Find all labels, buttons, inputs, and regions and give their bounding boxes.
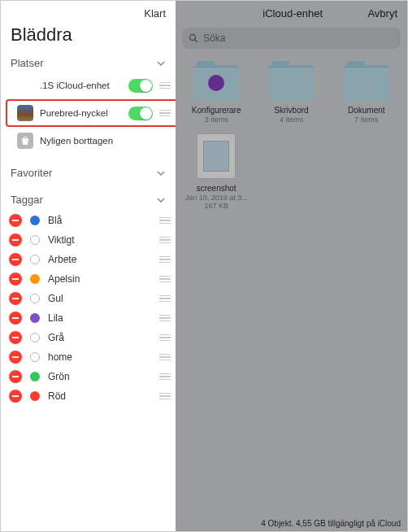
item-label: Konfigurerare [192, 106, 241, 116]
item-subtitle: Jan 10, 2019 at 3... [185, 194, 248, 202]
tag-color-dot [30, 391, 40, 401]
delete-tag-button[interactable] [9, 214, 22, 227]
main-title: iCloud-enhet [218, 7, 367, 20]
location-name: Purebred-nyckel [33, 108, 128, 118]
item-label: Dokument [348, 106, 385, 116]
drag-handle-icon[interactable] [159, 237, 171, 244]
section-label: Platser [11, 57, 43, 69]
search-placeholder: Söka [203, 33, 225, 44]
folder-icon [193, 65, 239, 101]
drag-handle-icon[interactable] [159, 393, 171, 400]
section-favoriter[interactable]: Favoriter [1, 162, 176, 184]
location-row-icloud[interactable]: .1S iCloud-enhet [1, 74, 176, 97]
done-button[interactable]: Klart [144, 7, 166, 20]
delete-tag-button[interactable] [9, 312, 22, 325]
purebred-app-icon [17, 105, 33, 121]
cancel-button[interactable]: Avbryt [367, 7, 397, 20]
drag-handle-icon[interactable] [159, 295, 171, 303]
file-grid: Konfigurerare3 itemsSkrivbord4 itemsDoku… [176, 55, 407, 220]
tag-color-dot [30, 372, 40, 382]
item-subtitle2: 167 KB [204, 202, 228, 210]
drag-handle-icon[interactable] [159, 256, 171, 264]
item-label: screenshot [197, 184, 237, 194]
drag-handle-icon[interactable] [159, 334, 171, 342]
tag-name: Blå [48, 215, 156, 226]
location-name: .1S iCloud-enhet [33, 81, 128, 90]
tag-color-dot [30, 333, 40, 342]
tag-row[interactable]: Gul [1, 289, 176, 308]
drag-handle-icon[interactable] [159, 276, 171, 283]
tag-row[interactable]: Grå [1, 328, 176, 347]
tag-color-dot [30, 294, 40, 303]
drag-handle-icon[interactable] [159, 354, 171, 361]
delete-tag-button[interactable] [9, 292, 22, 305]
tag-name: Röd [48, 390, 156, 402]
tag-row[interactable]: Viktigt [1, 230, 176, 250]
drag-handle-icon[interactable] [159, 315, 171, 322]
tag-name: Grön [48, 371, 156, 382]
chevron-down-icon [156, 195, 166, 205]
tag-color-dot [30, 352, 40, 362]
chevron-down-icon [156, 168, 166, 178]
folder-item[interactable]: Konfigurerare3 items [179, 62, 254, 127]
tag-name: Gul [48, 293, 156, 304]
footer-status: 4 Objekt. 4,55 GB tillgängligt på iCloud [176, 516, 407, 531]
search-field[interactable]: Söka [182, 28, 401, 49]
tag-color-dot [30, 216, 40, 225]
section-label: Favoriter [11, 167, 52, 179]
delete-tag-button[interactable] [9, 253, 22, 266]
tag-row[interactable]: Lila [1, 308, 176, 328]
item-subtitle: 7 items [354, 116, 378, 124]
delete-tag-button[interactable] [9, 331, 22, 344]
tag-row[interactable]: home [1, 347, 176, 367]
browse-sidebar: Klart Bläddra Platser .1S iCloud-enhet P… [1, 1, 176, 531]
tag-name: Arbete [48, 254, 156, 265]
tag-list: BlåViktigtArbeteApelsinGulLilaGråhomeGrö… [1, 211, 176, 406]
drag-handle-icon[interactable] [159, 82, 171, 89]
drag-handle-icon[interactable] [159, 110, 171, 117]
delete-tag-button[interactable] [9, 370, 22, 383]
toggle-switch[interactable] [128, 79, 153, 93]
delete-tag-button[interactable] [9, 233, 22, 246]
tag-row[interactable]: Blå [1, 211, 176, 230]
delete-tag-button[interactable] [9, 390, 22, 403]
item-label: Skrivbord [274, 106, 308, 116]
blank-icon [17, 77, 33, 94]
file-item[interactable]: screenshotJan 10, 2019 at 3...167 KB [179, 130, 254, 213]
tag-name: Viktigt [48, 234, 156, 246]
section-label: Taggar [11, 194, 43, 206]
drag-handle-icon[interactable] [159, 217, 171, 225]
tag-name: home [48, 351, 156, 363]
folder-item[interactable]: Skrivbord4 items [254, 62, 328, 127]
svg-line-1 [195, 40, 197, 42]
location-row-purebred[interactable]: Purebred-nyckel [1, 102, 176, 124]
section-platser[interactable]: Platser [1, 52, 176, 74]
tag-color-dot [30, 274, 40, 284]
folder-icon [268, 65, 314, 101]
location-row-recently-deleted[interactable]: Nyligen borttagen [1, 129, 176, 152]
delete-tag-button[interactable] [9, 273, 22, 286]
folder-icon [344, 65, 389, 101]
toggle-switch[interactable] [128, 107, 153, 120]
tag-name: Apelsin [48, 273, 156, 285]
folder-item[interactable]: Dokument7 items [329, 62, 404, 127]
drag-handle-icon[interactable] [159, 373, 171, 381]
tag-color-dot [30, 313, 40, 323]
delete-tag-button[interactable] [9, 351, 22, 364]
trash-icon [17, 133, 33, 149]
section-taggar[interactable]: Taggar [1, 189, 176, 211]
tag-row[interactable]: Röd [1, 386, 176, 406]
tag-name: Lila [48, 312, 156, 324]
item-subtitle: 3 items [205, 116, 228, 124]
location-name: Nyligen borttagen [33, 136, 171, 146]
tag-color-dot [30, 255, 40, 264]
tag-row[interactable]: Arbete [1, 250, 176, 269]
item-subtitle: 4 items [280, 116, 303, 124]
tag-row[interactable]: Grön [1, 367, 176, 386]
tag-name: Grå [48, 332, 156, 343]
main-panel: iCloud-enhet Avbryt Söka Konfigurerare3 … [176, 1, 407, 531]
tag-color-dot [30, 235, 40, 245]
search-icon [189, 33, 198, 43]
tag-row[interactable]: Apelsin [1, 269, 176, 289]
svg-point-0 [190, 35, 196, 41]
